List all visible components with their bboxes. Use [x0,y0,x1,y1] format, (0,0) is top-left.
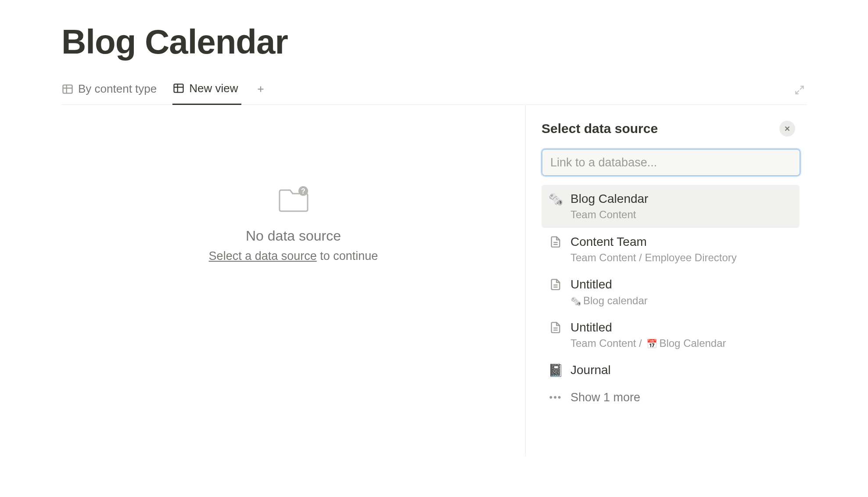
empty-state-title: No data source [246,228,341,244]
dots-icon: ••• [549,392,563,403]
page-title: Blog Calendar [61,22,807,62]
source-title: Journal [570,362,611,378]
tab-new-view[interactable]: New view [172,79,241,105]
page-icon [549,321,563,335]
tab-label: By content type [78,82,157,96]
source-title: Untitled [570,277,648,292]
source-item-untitled-1[interactable]: Untitled 🗞️Blog calendar [542,270,800,313]
source-subtitle: Team Content / 📅Blog Calendar [570,336,726,350]
tab-by-content-type[interactable]: By content type [61,79,160,105]
journal-icon: 📓 [549,363,563,377]
svg-text:?: ? [301,187,305,195]
table-icon [172,82,185,94]
source-title: Blog Calendar [570,191,648,207]
show-more-button[interactable]: ••• Show 1 more [542,385,800,411]
table-icon [61,83,74,95]
source-subtitle: Team Content [570,208,648,221]
source-item-untitled-2[interactable]: Untitled Team Content / 📅Blog Calendar [542,313,800,357]
page-icon [549,235,563,249]
page-icon [549,277,563,292]
select-source-link[interactable]: Select a data source [209,249,317,263]
main-empty-state: ? No data source Select a data source to… [61,105,526,456]
data-source-panel: Select data source 🗞️ Blog Calendar [526,105,807,456]
expand-icon[interactable] [793,83,807,97]
svg-rect-0 [63,85,72,93]
empty-state-suffix: to continue [317,249,378,263]
newspaper-icon: 🗞️ [549,192,563,206]
source-subtitle: Team Content / Employee Directory [570,251,737,264]
close-button[interactable] [779,121,795,137]
source-item-content-team[interactable]: Content Team Team Content / Employee Dir… [542,228,800,271]
source-item-journal[interactable]: 📓 Journal [542,356,800,384]
svg-line-8 [800,86,803,90]
source-title: Untitled [570,320,726,335]
panel-title: Select data source [542,121,658,136]
empty-folder-icon: ? [276,184,311,215]
source-title: Content Team [570,234,737,250]
show-more-label: Show 1 more [570,391,640,404]
source-list: 🗞️ Blog Calendar Team Content [542,185,800,411]
source-subtitle: 🗞️Blog calendar [570,294,648,307]
empty-state-subtitle: Select a data source to continue [209,249,378,263]
source-item-blog-calendar[interactable]: 🗞️ Blog Calendar Team Content [542,185,800,228]
svg-line-9 [796,90,799,94]
search-input[interactable] [542,149,800,176]
svg-rect-3 [174,84,183,93]
tab-label: New view [189,82,238,95]
view-tabs: By content type New view [61,79,807,105]
add-view-button[interactable] [254,82,268,96]
